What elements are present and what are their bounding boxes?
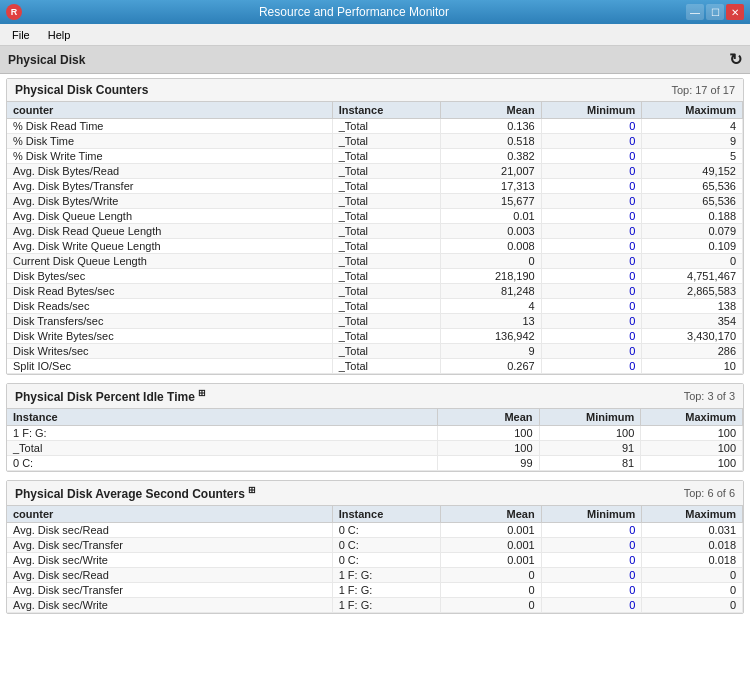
section3-title: Physical Disk Average Second Counters ⊞ xyxy=(15,485,256,501)
section3-header: Physical Disk Average Second Counters ⊞ … xyxy=(7,481,743,506)
table-row: Avg. Disk sec/Read 1 F: G: 0 0 0 xyxy=(7,568,743,583)
min-cell: 0 xyxy=(541,299,642,314)
instance-cell: _Total xyxy=(332,194,440,209)
counter-cell: Disk Write Bytes/sec xyxy=(7,329,332,344)
col2-max: Maximum xyxy=(641,409,743,426)
instance-cell: _Total xyxy=(332,119,440,134)
counter-cell: Avg. Disk sec/Write xyxy=(7,553,332,568)
max-cell: 100 xyxy=(641,426,743,441)
section2-top: Top: 3 of 3 xyxy=(684,390,735,402)
col-instance: Instance xyxy=(332,102,440,119)
counter-cell: Avg. Disk sec/Write xyxy=(7,598,332,613)
instance-cell: _Total xyxy=(332,164,440,179)
section1-table: counter Instance Mean Minimum Maximum % … xyxy=(7,102,743,374)
instance-cell: _Total xyxy=(332,179,440,194)
max-cell: 9 xyxy=(642,134,743,149)
minimize-button[interactable]: — xyxy=(686,4,704,20)
max-cell: 0.018 xyxy=(642,553,743,568)
max-cell: 354 xyxy=(642,314,743,329)
max-cell: 286 xyxy=(642,344,743,359)
instance-cell: 1 F: G: xyxy=(332,583,440,598)
section1-header-row: counter Instance Mean Minimum Maximum xyxy=(7,102,743,119)
table-row: 0 C: 99 81 100 xyxy=(7,456,743,471)
table-row: Disk Transfers/sec _Total 13 0 354 xyxy=(7,314,743,329)
counter-cell: Disk Read Bytes/sec xyxy=(7,284,332,299)
table-row: Avg. Disk sec/Read 0 C: 0.001 0 0.031 xyxy=(7,523,743,538)
table-row: Disk Bytes/sec _Total 218,190 0 4,751,46… xyxy=(7,269,743,284)
min-cell: 0 xyxy=(541,254,642,269)
table-row: Avg. Disk Queue Length _Total 0.01 0 0.1… xyxy=(7,209,743,224)
section3-header-row: counter Instance Mean Minimum Maximum xyxy=(7,506,743,523)
maximize-button[interactable]: ☐ xyxy=(706,4,724,20)
instance-cell: _Total xyxy=(332,134,440,149)
section1-title: Physical Disk Counters xyxy=(15,83,148,97)
counter-cell: Avg. Disk sec/Transfer xyxy=(7,538,332,553)
physical-disk-label: Physical Disk ↻ xyxy=(0,46,750,74)
section3-table: counter Instance Mean Minimum Maximum Av… xyxy=(7,506,743,613)
instance-cell: _Total xyxy=(332,299,440,314)
instance-cell: _Total xyxy=(332,254,440,269)
window-controls: — ☐ ✕ xyxy=(686,4,744,20)
section2-icon: ⊞ xyxy=(198,388,206,398)
max-cell: 2,865,583 xyxy=(642,284,743,299)
min-cell: 0 xyxy=(541,194,642,209)
table-row: Disk Read Bytes/sec _Total 81,248 0 2,86… xyxy=(7,284,743,299)
close-button[interactable]: ✕ xyxy=(726,4,744,20)
menu-file[interactable]: File xyxy=(8,27,34,43)
section2-header-row: Instance Mean Minimum Maximum xyxy=(7,409,743,426)
physical-disk-title: Physical Disk xyxy=(8,53,85,67)
col-max: Maximum xyxy=(642,102,743,119)
min-cell: 0 xyxy=(541,359,642,374)
mean-cell: 13 xyxy=(441,314,542,329)
table-row: Disk Write Bytes/sec _Total 136,942 0 3,… xyxy=(7,329,743,344)
min-cell: 0 xyxy=(541,209,642,224)
col3-mean: Mean xyxy=(441,506,542,523)
min-cell: 0 xyxy=(541,134,642,149)
table-row: Avg. Disk Bytes/Write _Total 15,677 0 65… xyxy=(7,194,743,209)
counter-cell: Avg. Disk Bytes/Transfer xyxy=(7,179,332,194)
instance-cell: _Total xyxy=(332,209,440,224)
table-row: Avg. Disk Bytes/Read _Total 21,007 0 49,… xyxy=(7,164,743,179)
min-cell: 0 xyxy=(541,164,642,179)
app-icon: R xyxy=(6,4,22,20)
instance-cell: 1 F: G: xyxy=(7,426,437,441)
instance-cell: _Total xyxy=(332,344,440,359)
max-cell: 0.079 xyxy=(642,224,743,239)
instance-cell: _Total xyxy=(332,284,440,299)
mean-cell: 100 xyxy=(437,441,539,456)
section1-header: Physical Disk Counters Top: 17 of 17 xyxy=(7,79,743,102)
window-title: Resource and Performance Monitor xyxy=(22,5,686,19)
max-cell: 0.188 xyxy=(642,209,743,224)
mean-cell: 0.01 xyxy=(441,209,542,224)
mean-cell: 0 xyxy=(441,254,542,269)
counter-cell: Avg. Disk Queue Length xyxy=(7,209,332,224)
min-cell: 0 xyxy=(541,314,642,329)
mean-cell: 218,190 xyxy=(441,269,542,284)
instance-cell: 1 F: G: xyxy=(332,568,440,583)
col3-min: Minimum xyxy=(541,506,642,523)
instance-cell: _Total xyxy=(332,314,440,329)
table-row: % Disk Read Time _Total 0.136 0 4 xyxy=(7,119,743,134)
table-row: _Total 100 91 100 xyxy=(7,441,743,456)
menu-help[interactable]: Help xyxy=(44,27,75,43)
table-row: % Disk Write Time _Total 0.382 0 5 xyxy=(7,149,743,164)
counter-cell: Avg. Disk Read Queue Length xyxy=(7,224,332,239)
table-row: Avg. Disk Read Queue Length _Total 0.003… xyxy=(7,224,743,239)
instance-cell: 1 F: G: xyxy=(332,598,440,613)
counter-cell: Avg. Disk sec/Read xyxy=(7,568,332,583)
instance-cell: _Total xyxy=(332,329,440,344)
min-cell: 0 xyxy=(541,568,642,583)
counter-cell: Disk Writes/sec xyxy=(7,344,332,359)
min-cell: 0 xyxy=(541,553,642,568)
section1-body: % Disk Read Time _Total 0.136 0 4 % Disk… xyxy=(7,119,743,374)
table-row: Current Disk Queue Length _Total 0 0 0 xyxy=(7,254,743,269)
max-cell: 100 xyxy=(641,441,743,456)
max-cell: 0 xyxy=(642,598,743,613)
instance-cell: 0 C: xyxy=(332,523,440,538)
counter-cell: Avg. Disk Bytes/Read xyxy=(7,164,332,179)
min-cell: 0 xyxy=(541,598,642,613)
main-content[interactable]: Physical Disk ↻ Physical Disk Counters T… xyxy=(0,46,750,693)
min-cell: 91 xyxy=(539,441,641,456)
max-cell: 0.018 xyxy=(642,538,743,553)
instance-cell: _Total xyxy=(332,224,440,239)
